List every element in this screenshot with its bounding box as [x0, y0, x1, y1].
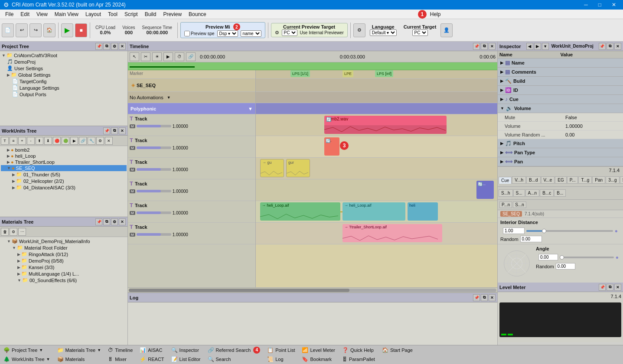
cue-section[interactable]: ▶ ♪ Cue — [498, 95, 623, 104]
tree-item[interactable]: 🎵 DemoProj — [1, 58, 127, 65]
pitch-section[interactable]: ▶ 🎵 Pitch — [498, 139, 623, 148]
audio-block-bomb2[interactable]: bomb2.wav 🔄 — [324, 116, 447, 134]
btab-bookmark[interactable]: 🔖 Bookmark — [298, 355, 338, 364]
wu-btn-7[interactable]: 🔴 — [53, 137, 61, 145]
dsp-select[interactable]: Dsp ▾ — [217, 30, 238, 37]
btab-react[interactable]: ⚡ REACT — [136, 355, 167, 364]
cursor-tool[interactable]: ↖ — [130, 52, 139, 61]
list-item[interactable]: ▼ ● SE_SEQ — [1, 165, 127, 171]
mute-badge[interactable]: M — [130, 211, 135, 215]
mute-badge[interactable]: M — [130, 146, 135, 150]
pc-select[interactable]: PC — [282, 29, 297, 36]
volume-slider-track[interactable] — [137, 168, 171, 171]
play-icon[interactable]: ▶ — [163, 52, 173, 61]
list-item[interactable]: ▶ 📁 04_DistanceAISAC (3/3) — [1, 184, 127, 191]
btab-list-editor[interactable]: 📝 List Editor — [168, 355, 204, 364]
copy-button[interactable]: ⧉ — [607, 284, 613, 291]
close-icon[interactable]: ✕ — [119, 127, 126, 134]
copy-button[interactable]: ⧉ — [103, 218, 110, 225]
menu-help[interactable]: Help — [427, 10, 444, 18]
timeline-scrollbar[interactable] — [128, 287, 497, 292]
workunits-controls[interactable]: 📌 ⧉ ✕ — [103, 127, 126, 134]
materials-controls[interactable]: 📌 ⧉ ⚙ ✕ — [95, 218, 126, 225]
insp-tab-ve[interactable]: V...e — [541, 176, 555, 184]
volume-slider-track[interactable] — [137, 190, 171, 192]
lps-inf-marker[interactable]: LPS [inf] — [375, 70, 393, 77]
btab-quick-help[interactable]: ❓ Quick Help — [339, 345, 378, 355]
insp-tab-an[interactable]: A...n — [525, 189, 540, 197]
pin-button[interactable]: 📌 — [95, 218, 102, 225]
mute-badge[interactable]: M — [130, 233, 135, 237]
insp-tab-eg[interactable]: EG — [555, 176, 566, 184]
insp-tab-tg[interactable]: T...g — [578, 176, 592, 184]
volume-slider-track[interactable] — [137, 211, 171, 214]
play-button[interactable]: ▶ — [61, 23, 73, 37]
menu-edit[interactable]: Edit — [17, 10, 33, 18]
btab-inspector[interactable]: 🔍 Inspector — [168, 345, 204, 355]
insp-tab-sr[interactable]: S...r — [620, 176, 623, 184]
btab-project-tree[interactable]: 🌳 Project Tree ▼ — [0, 345, 54, 355]
wu-btn-13[interactable]: ✕ — [105, 137, 113, 145]
sub-tab-row[interactable]: P...n S...n — [498, 200, 623, 210]
name-select[interactable]: name — [241, 30, 261, 37]
build-section[interactable]: ▶ 🔨 Build — [498, 77, 623, 86]
audio-block-cri[interactable]: cri... 🔄 — [476, 181, 494, 199]
btab-materials[interactable]: 📦 Materials — [54, 355, 105, 364]
slider-thumb[interactable] — [560, 255, 564, 260]
copy-button[interactable]: ⧉ — [481, 43, 488, 50]
menu-preview[interactable]: Preview — [160, 10, 185, 18]
inspector-tab-row-2[interactable]: S...h S... A...n B...c B... — [498, 187, 623, 200]
language-select[interactable]: Default ▾ — [370, 29, 397, 36]
list-item[interactable]: ▶ 📁 MultiLanguage (1/4) L... — [1, 270, 127, 277]
link-icon[interactable]: 🔗 — [186, 52, 196, 61]
tree-item[interactable]: ▶ 📁 Global Settings — [1, 72, 127, 78]
btab-aisac[interactable]: 📊 AISAC — [136, 345, 167, 355]
menu-bounce[interactable]: Bounce — [185, 10, 210, 18]
menu-view[interactable]: View — [33, 10, 51, 18]
lps-marker[interactable]: LPS [1/1] — [290, 70, 310, 77]
tree-item[interactable]: 👤 User Settings — [1, 65, 127, 72]
home-button[interactable]: 🏠 — [43, 23, 55, 37]
level-meter-controls[interactable]: 📌 ⧉ ✕ — [599, 284, 621, 291]
close-icon[interactable]: ✕ — [489, 294, 496, 301]
list-item[interactable]: ▶ ● heli_Loop — [1, 153, 127, 159]
scroll-thumb[interactable] — [129, 289, 349, 292]
list-item[interactable]: ▶ 📁 DemoProj (0/58) — [1, 257, 127, 264]
wu-btn-12[interactable]: ⚙ — [96, 137, 104, 145]
list-item[interactable]: ▶ ● Ttrailer_ShortLoop — [1, 159, 127, 165]
menu-file[interactable]: File — [2, 10, 17, 18]
copy-button[interactable]: ⧉ — [607, 43, 613, 50]
mute-badge[interactable]: M — [130, 124, 135, 128]
close-button[interactable]: ✕ — [608, 1, 620, 9]
project-tree-controls[interactable]: 📌 ⧉ ⚙ ✕ — [95, 43, 126, 50]
copy-button[interactable]: ⧉ — [481, 294, 488, 301]
menu-layout[interactable]: Layout — [82, 10, 104, 18]
close-icon[interactable]: ✕ — [614, 284, 621, 291]
audio-block-trailer[interactable]: → Ttrailer_ShortLoop.aif — [342, 224, 442, 242]
btab-mixer[interactable]: 🎚 Mixer — [104, 355, 136, 364]
tree-item[interactable]: 📄 TargetConfig — [1, 78, 127, 84]
forward-button[interactable]: ▶ — [534, 43, 541, 50]
list-item[interactable]: ▶ 📁 01_Thunder (5/5) — [1, 171, 127, 178]
dropdown-button[interactable]: ▼ — [542, 43, 549, 50]
timeline-controls[interactable]: 📌 ⧉ ✕ — [473, 43, 496, 50]
audio-block-gu1[interactable]: → gu — [260, 159, 284, 177]
wu-btn-4[interactable]: - — [27, 137, 35, 145]
inspector-controls[interactable]: 📌 ⧉ ✕ — [599, 43, 621, 50]
scroll-track[interactable] — [129, 289, 496, 292]
inspector-tab-row[interactable]: Cue V...h B...d V...e EG P... T...g Pan … — [498, 174, 623, 187]
current-target-select[interactable]: PC — [412, 29, 428, 36]
random-input-2[interactable] — [556, 263, 575, 270]
insp-tab-3g[interactable]: 3...g — [606, 176, 619, 184]
tree-item[interactable]: 📄 Language Settings — [1, 84, 127, 91]
btab-timeline[interactable]: ⏱ Timeline — [104, 345, 136, 355]
audio-block-heli1[interactable]: → heli_Loop.aif — [260, 202, 340, 221]
workunits-toolbar[interactable]: T ≡ + - ⬆ ⬇ 🔴 🟢 ▶ 🔗 🔧 ⚙ ✕ — [0, 136, 127, 146]
audio-block-gur[interactable]: gur — [286, 159, 310, 177]
insp-tab-bc[interactable]: B...c — [540, 189, 554, 197]
wu-btn-8[interactable]: 🟢 — [62, 137, 69, 145]
btab-start-page[interactable]: 🏠 Start Page — [378, 345, 416, 355]
sub-tab-pn[interactable]: P...n — [499, 202, 512, 208]
wu-btn-2[interactable]: ≡ — [10, 137, 17, 145]
settings-icon[interactable]: ⚙ — [111, 218, 118, 225]
